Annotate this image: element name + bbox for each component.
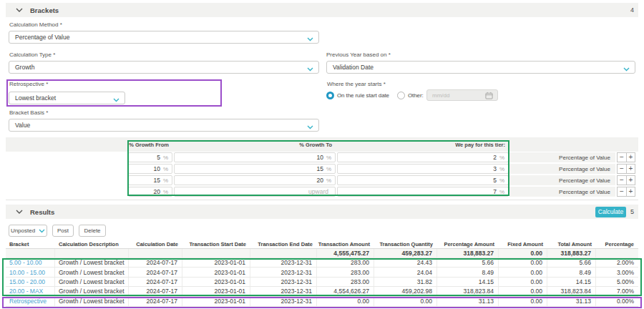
tier-pay-input[interactable]: 7 % [337,187,509,197]
percentage: 3.00% [596,268,638,276]
transaction-end-date: 2023-12-31 [250,297,317,306]
tier-pay-input[interactable]: 5 % [337,175,509,185]
transaction-start-date: 2023-01-01 [182,297,250,306]
rule-start-date-radio[interactable] [326,92,334,99]
calculation-method-select[interactable]: Percentage of Value [9,31,319,44]
tier-col-from: % Growth From [127,142,173,148]
tier-method-label: Percentage of Value [509,187,615,197]
bracket-link[interactable]: 10.00 - 15.00 [6,268,55,276]
tier-to-input[interactable]: 15 % [174,164,336,174]
bracket-link[interactable]: 15.00 - 20.00 [6,278,55,286]
results-section-header[interactable]: Results Calculate 5 [6,205,638,219]
calculation-type-value: Growth [15,64,34,71]
results-row: 15.00 - 20.00 Growth / Lowest bracket 20… [6,278,638,287]
previous-year-value: Validation Date [333,64,374,71]
percentage-amount: 31.13 [437,297,499,306]
brackets-section-header[interactable]: Brackets 4 [6,3,638,17]
tier-table-header: % Growth From % Growth To We pay for thi… [6,137,638,152]
percent-unit: % [163,177,168,184]
col-transaction-amount: Transaction Amount [317,240,374,248]
add-tier-button[interactable]: + [626,187,635,197]
percentage: 0.00% [596,297,638,306]
remove-tier-button[interactable]: − [617,175,626,185]
bracket-link[interactable]: 20.00 - MAX [6,287,55,295]
bracket-link[interactable]: 5.00 - 10.00 [6,258,55,267]
col-calculation-date: Calculation Date [129,240,182,248]
transaction-amount: 283.00 [317,258,374,267]
tier-to-input[interactable]: 10 % [174,152,336,162]
remove-tier-button[interactable]: − [617,187,626,197]
percent-unit: % [326,154,331,161]
transaction-end-date: 2023-12-31 [250,278,317,286]
percent-unit: % [163,166,168,172]
results-table-header: Bracket Calculation Description Calculat… [6,240,638,249]
status-filter-dropdown[interactable]: Unposted [9,225,47,237]
other-radio[interactable] [397,92,405,99]
total-amount: 5.66 [547,258,596,267]
calculation-date: 2024-07-17 [129,268,182,276]
post-button[interactable]: Post [52,225,74,237]
bracket-basis-select[interactable]: Value [9,119,319,132]
calculation-type-select[interactable]: Growth [9,61,319,74]
remove-tier-button[interactable]: − [617,152,626,162]
transaction-quantity: 24.04 [374,268,437,276]
calculation-description: Growth / Lowest bracket [55,258,129,267]
add-tier-button[interactable]: + [626,152,635,162]
transaction-quantity: 31.82 [374,278,437,286]
delete-button[interactable]: Delete [79,225,106,237]
summary-transaction-quantity: 459,283.27 [374,249,437,258]
percent-unit: % [163,189,168,195]
results-retrospective-row: Retrospective Growth / Lowest bracket 20… [6,297,638,307]
results-toolbar: Unposted Post Delete [9,225,106,237]
previous-year-label: Previous Year based on * [326,51,391,59]
col-transaction-quantity: Transaction Quantity [374,240,437,248]
percentage-amount: 14.15 [437,278,499,286]
tier-method-label: Percentage of Value [509,175,615,185]
results-summary-row: 4,555,475.27 459,283.27 318,883.27 0.00 … [6,249,638,258]
tier-to-input[interactable]: 20 % [174,175,336,185]
bracket-link[interactable]: Retrospective [6,297,55,306]
tier-pay-input[interactable]: 2 % [337,152,509,162]
tier-from-input[interactable]: 15 % [128,175,172,185]
percentage: 5.00% [596,278,638,286]
col-percentage-amount: Percentage Amount [437,240,499,248]
calculate-button[interactable]: Calculate [595,207,626,217]
tier-from-input[interactable]: 20 % [128,187,172,197]
previous-year-select[interactable]: Validation Date [326,61,635,74]
add-tier-button[interactable]: + [626,164,635,174]
other-date-input[interactable] [426,89,498,101]
tier-pay-input[interactable]: 3 % [337,164,509,174]
total-amount: 31.13 [547,297,596,306]
transaction-amount: 4,554,626.27 [317,287,374,295]
total-amount: 318,823.84 [547,287,596,295]
calculation-description: Growth / Lowest bracket [55,287,129,295]
transaction-end-date: 2023-12-31 [250,287,317,295]
results-table: Bracket Calculation Description Calculat… [6,240,638,307]
rule-start-date-radio-label: On the rule start date [337,92,389,99]
tier-table: % Growth From % Growth To We pay for thi… [6,137,638,200]
tier-row: 15 % 20 % 5 % Percentage of Value − + [6,175,638,186]
add-tier-button[interactable]: + [626,175,635,185]
chevron-down-icon [113,97,119,104]
remove-tier-button[interactable]: − [617,164,626,174]
tier-to-input[interactable]: upward [174,187,336,197]
transaction-start-date: 2023-01-01 [182,287,250,295]
percent-unit: % [499,154,504,161]
retrospective-select[interactable]: Lowest bracket [9,92,125,104]
transaction-quantity: 24.43 [374,258,437,267]
fixed-amount: 0.00 [499,297,547,306]
section-title: Results [30,208,54,216]
calculation-description: Growth / Lowest bracket [55,297,129,306]
col-calculation-description: Calculation Description [55,240,129,248]
tier-rows: 5 % 10 % 2 % Percentage of Value − + [6,152,638,200]
calculation-type-label: Calculation Type * [9,51,55,59]
where-year-starts-options: On the rule start date Other: [326,89,635,102]
transaction-end-date: 2023-12-31 [250,268,317,276]
tier-row: 5 % 10 % 2 % Percentage of Value − + [6,152,638,163]
tier-from-input[interactable]: 5 % [128,152,172,162]
chevron-down-icon [39,229,45,233]
transaction-start-date: 2023-01-01 [182,258,250,267]
tier-from-input[interactable]: 10 % [128,164,172,174]
transaction-end-date: 2023-12-31 [250,258,317,267]
transaction-amount: 283.00 [317,278,374,286]
